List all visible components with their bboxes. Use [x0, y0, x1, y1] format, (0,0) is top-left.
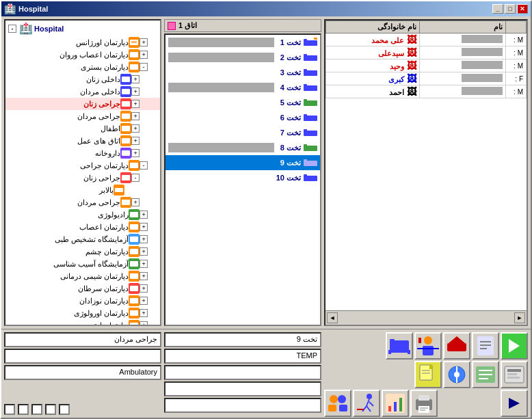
tree-item[interactable]: + داخلی زنان — [5, 73, 160, 85]
svg-rect-121 — [418, 395, 429, 401]
maximize-button[interactable]: □ — [505, 4, 516, 14]
bed-row[interactable]: تخت 7 — [165, 125, 320, 140]
tree-item[interactable]: + دیارتمان اعصاب وروان — [5, 49, 160, 61]
tree-item[interactable]: - دیارتمان جراحی — [5, 159, 160, 172]
tree-label: دیارتمان ارتوپدی — [78, 321, 129, 327]
department-field: جراحی مردان — [4, 332, 161, 347]
tree-label: اتاق های عمل — [77, 137, 120, 146]
tree-item[interactable]: + دیارتمان نوزادان — [5, 295, 160, 307]
tree-item[interactable]: + دیارتمان ارتوپدی — [5, 319, 160, 326]
tree-item[interactable]: + دیارتمان چشم — [5, 245, 160, 258]
svg-point-110 — [367, 394, 372, 399]
navigate-forward-button[interactable] — [501, 390, 528, 417]
checkbox-1[interactable] — [4, 404, 15, 415]
transfer-icon — [446, 335, 468, 357]
checkbox-4[interactable] — [45, 404, 56, 415]
tree-item[interactable]: + دیارتمان سرطان — [5, 282, 160, 295]
patient-row[interactable]: 🖼احمد M : — [326, 85, 527, 98]
tree-label: دیارتمان چشم — [85, 247, 129, 256]
temp-field: TEMP — [164, 349, 321, 364]
dept-icon — [129, 209, 139, 220]
scroll-right-btn[interactable]: ► — [514, 312, 525, 323]
tree-item[interactable]: + دیارتمان اعصاب — [5, 221, 160, 233]
bed-row[interactable]: تخت 4 — [165, 80, 320, 95]
action-btn-8[interactable] — [501, 361, 528, 388]
dept-icon — [120, 98, 131, 109]
checkbox-3[interactable] — [31, 404, 42, 415]
tree-item[interactable]: + اطفال — [5, 122, 160, 135]
action-btn-5[interactable] — [414, 361, 442, 388]
svg-rect-13 — [122, 101, 130, 107]
bed-row[interactable]: تخت 2 — [165, 50, 320, 65]
bed-row[interactable]: تخت 8 — [165, 140, 320, 155]
patient-family: 🖼کبری — [326, 72, 420, 85]
action-btn-11[interactable] — [382, 390, 409, 417]
dept-icon — [129, 295, 139, 306]
tree-item[interactable]: + آزمایشگاه تشخیص طبی — [5, 233, 160, 245]
tree-item[interactable]: - جراحی زنان — [5, 172, 160, 184]
window-title: Hospital — [18, 5, 48, 13]
tree-item[interactable]: + جراحی زنان — [5, 98, 160, 110]
action-btn-4[interactable] — [472, 332, 499, 360]
tree-label: دیارتمان شیمی درمانی — [60, 272, 129, 281]
tree-label: دیارتمان اعصاب — [79, 223, 129, 232]
dept-icon — [129, 234, 139, 245]
action-btn-10[interactable] — [353, 390, 380, 417]
report-icon — [503, 364, 525, 386]
tree-item[interactable]: + داروخانه — [5, 147, 160, 159]
bed-occupant — [168, 68, 274, 77]
action-btn-9[interactable] — [324, 390, 351, 417]
bed-row-selected[interactable]: تخت 9 — [165, 155, 320, 170]
action-btn-7[interactable] — [472, 361, 499, 388]
svg-rect-43 — [130, 286, 138, 291]
patient-row[interactable]: 🖼کبری F : — [326, 72, 527, 85]
bed-row[interactable]: تخت 10 — [165, 170, 320, 185]
action-btn-2[interactable] — [414, 332, 442, 360]
close-button[interactable]: ✕ — [517, 4, 528, 14]
tree-item[interactable]: + اتاق های عمل — [5, 135, 160, 147]
bottom-section: جراحی مردان Ambulatory تخت 9 TEMP — [1, 329, 531, 418]
bed-row[interactable]: تخت 3 — [165, 65, 320, 80]
tree-item[interactable]: + رادیولوژی — [5, 208, 160, 221]
svg-rect-119 — [399, 398, 402, 411]
tree-panel: - 🏥 Hospital + دیارتمان اورژانس + دیارتم… — [4, 19, 161, 326]
svg-rect-66 — [304, 114, 307, 118]
svg-point-79 — [424, 336, 432, 344]
minimize-button[interactable]: _ — [492, 4, 503, 14]
svg-rect-123 — [420, 407, 428, 409]
root-expand[interactable]: - — [8, 25, 16, 33]
tree-item[interactable]: + دیارتمان اورولوژی — [5, 307, 160, 319]
bed-row[interactable]: تخت 5 — [165, 95, 320, 110]
scroll-left-btn[interactable]: ◄ — [327, 312, 338, 323]
tree-item[interactable]: + آزمایشگاه آسیب شناسی — [5, 258, 160, 270]
tree-item[interactable]: - دیارتمان بستری — [5, 61, 160, 73]
walk-icon — [356, 392, 377, 414]
action-btn-3[interactable] — [443, 332, 470, 360]
checkbox-5[interactable] — [59, 404, 70, 415]
tree-label: رادیولوژی — [98, 211, 129, 219]
bed-row[interactable]: تخت 6 — [165, 110, 320, 125]
checkbox-2[interactable] — [18, 404, 29, 415]
tree-item[interactable]: + جراحی مردان — [5, 110, 160, 122]
tree-item[interactable]: بالابر — [5, 184, 160, 196]
action-btn-1[interactable] — [386, 332, 413, 360]
tree-item[interactable]: + جراحی مردان — [5, 196, 160, 208]
bed-row[interactable]: تخت 1 — [165, 35, 320, 50]
tree-label: آزمایشگاه تشخیص طبی — [55, 235, 129, 244]
action-btn-6[interactable] — [443, 361, 470, 388]
patient-row[interactable]: 🖼علی محمد M : — [326, 33, 527, 46]
patient-family: 🖼سیدعلی — [326, 46, 420, 59]
tree-item[interactable]: + داخلی مردان — [5, 85, 160, 98]
field-5 — [164, 398, 321, 413]
action-btn-12[interactable] — [410, 390, 438, 417]
tree-item[interactable]: + دیارتمان اورژانس — [5, 36, 160, 49]
patient-row[interactable]: 🖼سیدعلی M : — [326, 46, 527, 59]
arrow-right-icon — [503, 335, 525, 357]
action-btn-arrow[interactable] — [501, 332, 528, 360]
tree-item[interactable]: + دیارتمان شیمی درمانی — [5, 270, 160, 282]
tree-root[interactable]: - 🏥 Hospital — [5, 21, 160, 36]
bottom-middle: تخت 9 TEMP — [164, 332, 321, 415]
tree-label: دیارتمان اورولوژی — [74, 309, 129, 318]
patient-row[interactable]: 🖼وحید M : — [326, 59, 527, 72]
svg-point-107 — [338, 395, 346, 403]
